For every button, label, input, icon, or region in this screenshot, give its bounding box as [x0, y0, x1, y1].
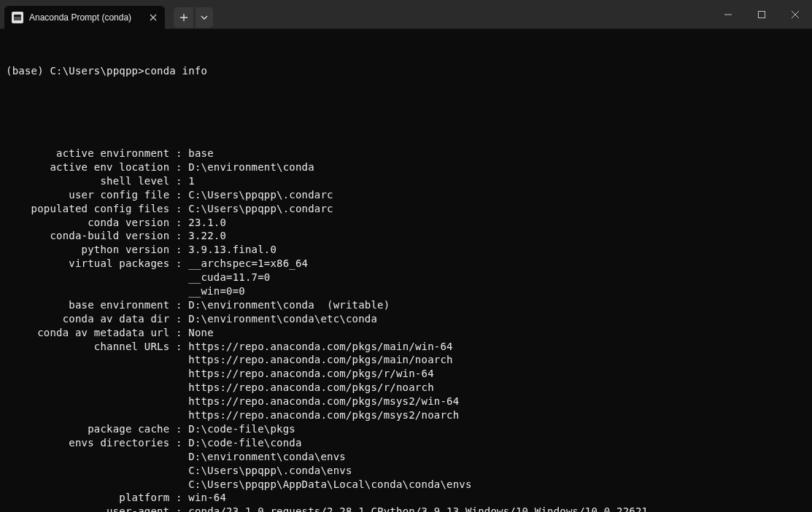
info-value: 3.9.13.final.0 [188, 244, 277, 255]
info-label: user-agent [6, 505, 169, 512]
info-value: https://repo.anaconda.com/pkgs/main/noar… [188, 354, 452, 365]
info-label: active environment [6, 147, 169, 159]
info-row: platform : win-64 [6, 491, 806, 505]
info-row: python version : 3.9.13.final.0 [6, 243, 806, 257]
info-row: shell level : 1 [6, 174, 806, 188]
info-row-continuation: https://repo.anaconda.com/pkgs/r/noarch [6, 381, 806, 395]
info-value: D:\code-file\conda [188, 437, 301, 449]
info-label: conda version [6, 217, 169, 228]
info-value: https://repo.anaconda.com/pkgs/main/win-… [188, 341, 452, 352]
new-tab-button[interactable] [174, 7, 194, 28]
close-button[interactable] [778, 0, 812, 28]
info-row-continuation: __win=0=0 [6, 284, 806, 298]
info-value: __cuda=11.7=0 [188, 271, 270, 283]
tab-active[interactable]: Anaconda Prompt (conda) [4, 6, 165, 29]
info-separator: : [169, 341, 188, 352]
info-separator: : [169, 299, 188, 311]
info-row: conda av data dir : D:\environment\conda… [6, 312, 806, 326]
info-value: C:\Users\ppqpp\.condarc [188, 189, 333, 201]
info-label-empty [6, 354, 188, 365]
info-label: populated config files [6, 203, 169, 214]
minimize-button[interactable] [711, 0, 745, 28]
info-separator: : [169, 492, 188, 503]
info-separator: : [169, 189, 188, 201]
titlebar: Anaconda Prompt (conda) [0, 0, 812, 29]
info-row-continuation: https://repo.anaconda.com/pkgs/msys2/win… [6, 395, 806, 408]
info-value: conda/23.1.0 requests/2.28.1 CPython/3.9… [188, 505, 648, 512]
info-row-continuation: __cuda=11.7=0 [6, 271, 806, 284]
info-row-continuation: https://repo.anaconda.com/pkgs/r/win-64 [6, 367, 806, 381]
info-label-empty [6, 478, 188, 490]
info-separator: : [169, 327, 188, 338]
info-row: conda version : 23.1.0 [6, 216, 806, 230]
info-value: 1 [188, 175, 195, 187]
info-label: active env location [6, 161, 169, 173]
info-row: virtual packages : __archspec=1=x86_64 [6, 257, 806, 271]
info-row: envs directories : D:\code-file\conda [6, 436, 806, 450]
info-value: D:\code-file\pkgs [188, 423, 295, 435]
info-row-continuation: D:\environment\conda\envs [6, 450, 806, 464]
info-row: package cache : D:\code-file\pkgs [6, 422, 806, 436]
info-separator: : [169, 244, 188, 255]
info-separator: : [169, 217, 188, 228]
info-separator: : [169, 161, 188, 173]
info-label-empty [6, 451, 188, 462]
info-value: 23.1.0 [188, 217, 226, 228]
info-value: https://repo.anaconda.com/pkgs/r/noarch [188, 381, 434, 393]
tabs-area: Anaconda Prompt (conda) [0, 0, 213, 28]
blank-line [6, 105, 806, 119]
info-value: https://repo.anaconda.com/pkgs/r/win-64 [188, 368, 434, 379]
info-label-empty [6, 271, 188, 283]
info-value: None [188, 327, 214, 338]
info-value: __win=0=0 [188, 285, 245, 297]
info-value: https://repo.anaconda.com/pkgs/msys2/win… [188, 395, 459, 407]
info-value: C:\Users\ppqpp\.condarc [188, 203, 333, 214]
info-label-empty [6, 409, 188, 421]
tab-close-button[interactable] [147, 12, 159, 23]
info-row-continuation: https://repo.anaconda.com/pkgs/msys2/noa… [6, 408, 806, 422]
info-value: __archspec=1=x86_64 [188, 257, 308, 269]
info-value: C:\Users\ppqpp\.conda\envs [188, 465, 352, 476]
svg-rect-0 [759, 11, 765, 18]
info-label: python version [6, 244, 169, 255]
info-separator: : [169, 147, 188, 159]
terminal-area[interactable]: (base) C:\Users\ppqpp>conda info active … [0, 29, 812, 512]
info-separator: : [169, 423, 188, 435]
tab-dropdown-button[interactable] [196, 7, 213, 28]
info-separator: : [169, 175, 188, 187]
info-row: user config file : C:\Users\ppqpp\.conda… [6, 188, 806, 202]
info-label-empty [6, 395, 188, 407]
info-row: conda av metadata url : None [6, 326, 806, 340]
maximize-button[interactable] [745, 0, 778, 28]
info-label-empty [6, 285, 188, 297]
tab-title: Anaconda Prompt (conda) [29, 12, 131, 23]
info-value: C:\Users\ppqpp\AppData\Local\conda\conda… [188, 478, 471, 490]
info-row: user-agent : conda/23.1.0 requests/2.28.… [6, 505, 806, 512]
info-label: conda av metadata url [6, 327, 169, 338]
conda-prompt-icon [12, 12, 23, 23]
info-value: D:\environment\conda\envs [188, 451, 346, 462]
info-row: populated config files : C:\Users\ppqpp\… [6, 202, 806, 216]
info-separator: : [169, 437, 188, 449]
info-value: D:\environment\conda (writable) [188, 299, 390, 311]
info-row: active environment : base [6, 147, 806, 160]
info-label-empty [6, 368, 188, 379]
info-separator: : [169, 203, 188, 214]
info-value: base [188, 147, 214, 159]
info-row: channel URLs : https://repo.anaconda.com… [6, 340, 806, 354]
info-value: D:\environment\conda [188, 161, 314, 173]
info-separator: : [169, 505, 188, 512]
info-separator: : [169, 230, 188, 241]
prompt-line: (base) C:\Users\ppqpp>conda info [6, 64, 806, 78]
info-label: platform [6, 492, 169, 503]
info-value: 3.22.0 [188, 230, 226, 241]
info-label: package cache [6, 423, 169, 435]
tab-content: Anaconda Prompt (conda) [12, 12, 131, 23]
info-label: virtual packages [6, 257, 169, 269]
info-label: channel URLs [6, 341, 169, 352]
info-row-continuation: C:\Users\ppqpp\AppData\Local\conda\conda… [6, 478, 806, 492]
info-value: D:\environment\conda\etc\conda [188, 313, 377, 325]
info-value: win-64 [188, 492, 226, 503]
info-row-continuation: https://repo.anaconda.com/pkgs/main/noar… [6, 353, 806, 367]
info-row: base environment : D:\environment\conda … [6, 298, 806, 312]
